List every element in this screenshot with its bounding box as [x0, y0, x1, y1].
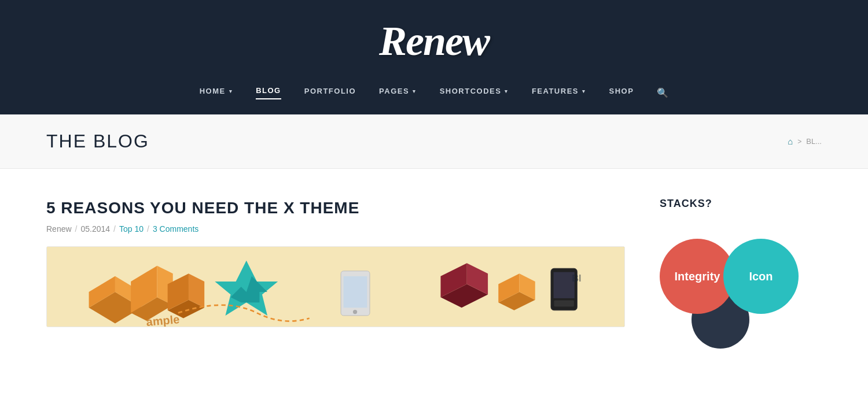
chevron-down-icon: ▾: [582, 88, 586, 94]
blog-posts: 5 REASONS YOU NEED THE X THEME Renew / 0…: [46, 198, 625, 327]
chevron-down-icon: ▾: [505, 88, 509, 94]
post-category[interactable]: Top 10: [119, 224, 144, 234]
nav-item-blog[interactable]: BLOG: [256, 86, 281, 99]
nav-item-pages[interactable]: PAGES ▾: [379, 87, 417, 99]
post-featured-image: ample Bl: [46, 246, 625, 327]
svg-text:Bl: Bl: [572, 273, 581, 283]
site-header: Renew HOME ▾ BLOG PORTFOLIO PAGES ▾ SHOR…: [0, 0, 868, 114]
page-header: THE BLOG ⌂ > BL...: [0, 114, 868, 169]
chevron-down-icon: ▾: [413, 88, 417, 94]
breadcrumb-current: BL...: [806, 137, 822, 146]
post-image-illustration: ample Bl: [47, 247, 624, 327]
sidebar-stacks-title: STACKS?: [660, 198, 822, 210]
blog-post: 5 REASONS YOU NEED THE X THEME Renew / 0…: [46, 198, 625, 327]
nav-item-features[interactable]: FEATURES ▾: [532, 87, 586, 99]
page-title: THE BLOG: [46, 131, 149, 152]
svg-text:ample: ample: [146, 313, 180, 327]
home-icon[interactable]: ⌂: [788, 136, 793, 146]
stacks-circles: Integrity Icon: [660, 221, 822, 325]
search-icon[interactable]: 🔍: [657, 87, 668, 98]
post-image-svg: ample Bl: [47, 247, 624, 327]
chevron-down-icon: ▾: [229, 88, 233, 94]
breadcrumb-separator: >: [797, 138, 801, 146]
nav-item-shortcodes[interactable]: SHORTCODES ▾: [440, 87, 509, 99]
svg-point-14: [353, 310, 357, 314]
meta-separator-3: /: [147, 224, 149, 234]
nav-item-shop[interactable]: SHOP: [609, 87, 634, 99]
sidebar: STACKS? Integrity Icon: [660, 198, 822, 327]
site-logo[interactable]: Renew: [379, 17, 489, 65]
post-title[interactable]: 5 REASONS YOU NEED THE X THEME: [46, 198, 625, 219]
meta-separator-1: /: [75, 224, 78, 234]
nav-item-home[interactable]: HOME ▾: [200, 87, 233, 99]
post-comments[interactable]: 3 Comments: [153, 224, 198, 234]
post-meta: Renew / 05.2014 / Top 10 / 3 Comments: [46, 224, 625, 234]
nav-item-portfolio[interactable]: PORTFOLIO: [304, 87, 356, 99]
post-date: 05.2014: [80, 224, 110, 234]
meta-separator-2: /: [113, 224, 116, 234]
breadcrumb: ⌂ > BL...: [788, 136, 822, 146]
svg-rect-13: [344, 276, 367, 308]
svg-rect-23: [554, 301, 573, 307]
main-content: 5 REASONS YOU NEED THE X THEME Renew / 0…: [0, 169, 868, 350]
icon-circle[interactable]: Icon: [723, 239, 799, 314]
post-author: Renew: [46, 224, 72, 234]
main-nav: HOME ▾ BLOG PORTFOLIO PAGES ▾ SHORTCODES…: [200, 77, 669, 103]
logo-text: Renew: [379, 18, 489, 64]
